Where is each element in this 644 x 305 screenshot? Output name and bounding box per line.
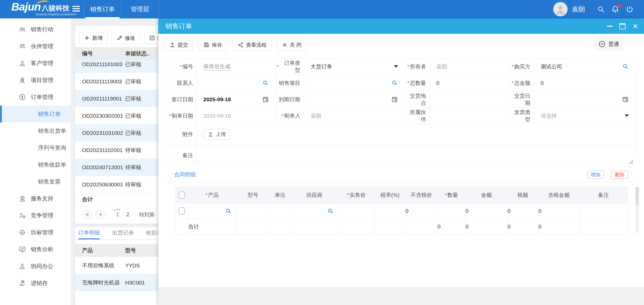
sidebar-item-label: 客户管理 [31, 59, 53, 67]
tab-order-lines[interactable]: 订单明细 [78, 227, 100, 239]
edit-button[interactable]: 修改 [112, 32, 140, 44]
tab-shipment-records[interactable]: 出货记录 [112, 227, 134, 239]
submit-button[interactable]: 提交 [164, 39, 193, 51]
search-icon[interactable] [622, 63, 629, 70]
top-tab-sales-order[interactable]: 销售订单 [84, 0, 121, 18]
detail-add-button[interactable]: 增加 [587, 171, 604, 179]
user-name[interactable]: 袁朗 [572, 5, 585, 14]
sale-price-cell[interactable] [338, 203, 375, 219]
remark-textarea[interactable] [197, 145, 636, 166]
amount-cell[interactable]: 0 [465, 203, 508, 219]
search-icon[interactable] [391, 79, 398, 86]
view-flow-button[interactable]: 查看流程 [233, 39, 271, 51]
total-qty-field[interactable]: 0 [430, 75, 509, 91]
save-button[interactable]: 保存 [199, 39, 227, 51]
sidebar-item-label: 目标管理 [31, 229, 53, 236]
add-button[interactable]: 新增 [79, 32, 107, 44]
table-scrollbar[interactable] [636, 187, 639, 233]
close-icon[interactable] [632, 23, 638, 29]
page-number-current[interactable]: 1 [116, 211, 119, 218]
partner-field[interactable] [430, 108, 509, 124]
search-icon[interactable] [262, 79, 269, 86]
page-number[interactable]: 2 [126, 211, 129, 218]
sidebar-item-inventory[interactable]: 进销存 [0, 275, 71, 292]
avatar[interactable] [553, 2, 568, 16]
maker-field[interactable]: 袁朗 [304, 108, 405, 124]
notifications-bell-icon[interactable] [611, 5, 619, 13]
supplier-cell[interactable] [291, 203, 338, 219]
sidebar-item-sales-action[interactable]: 销售行动 [0, 21, 71, 38]
owner-field[interactable]: 袁朗 [430, 58, 509, 75]
resize-handle-icon[interactable] [628, 159, 634, 165]
first-page-button[interactable] [82, 209, 92, 220]
field-label-buyer: *购买方 [509, 58, 534, 75]
sidebar-item-order-mgmt[interactable]: 订单管理 [0, 89, 71, 106]
upload-button[interactable]: 上传 [203, 129, 230, 140]
search-icon[interactable] [327, 208, 334, 215]
sidebar-item-serial-query[interactable]: 序列号查询 [0, 139, 71, 156]
column-header-product: 产品 [75, 247, 125, 254]
search-icon[interactable] [597, 5, 605, 13]
contact-field[interactable] [197, 75, 276, 91]
remark-cell[interactable] [580, 203, 628, 219]
order-no-field[interactable]: 保存后生成 [197, 58, 276, 75]
row-checkbox[interactable] [179, 207, 185, 215]
delivery-date-field[interactable] [534, 91, 636, 108]
product-cell[interactable] [188, 203, 236, 219]
make-date-field[interactable]: 2025-09-18 [197, 108, 276, 124]
competitor-vs-icon: VS [18, 212, 26, 219]
column-header-supplier: 供应商 [291, 187, 338, 203]
logout-power-icon[interactable] [626, 5, 634, 13]
upload-icon [169, 42, 175, 48]
qty-cell[interactable] [438, 203, 465, 219]
price-ex-tax-cell[interactable]: 0 [405, 203, 438, 219]
close-order-button[interactable]: 关 闭 [277, 39, 306, 51]
invoice-type-select[interactable]: 请选择 [534, 108, 636, 124]
calendar-icon[interactable] [622, 96, 629, 103]
tax-rate-cell[interactable] [375, 203, 405, 219]
topbar: Bajun 八骏科技 Anyone,Anytime,Anywhere! 销售订单… [0, 0, 644, 18]
menu-toggle-icon[interactable] [72, 6, 81, 13]
sidebar-item-partner-mgmt[interactable]: 伙伴管理 [0, 38, 71, 55]
sidebar-item-label: 销售行动 [31, 26, 53, 33]
tax-cell[interactable]: 0 [508, 203, 538, 219]
sidebar-item-sales-invoice[interactable]: 销售发票 [0, 173, 71, 190]
unit-cell[interactable] [270, 203, 291, 219]
medal-icon [18, 76, 26, 84]
upload-icon [208, 131, 213, 137]
search-icon[interactable] [225, 208, 232, 215]
buyer-field[interactable]: 测试公司 [534, 58, 636, 75]
select-all-checkbox[interactable] [179, 191, 185, 199]
mode-toggle[interactable]: 普通 [594, 38, 623, 50]
model-cell[interactable] [236, 203, 270, 219]
sidebar-item-project-mgmt[interactable]: 项目管理 [0, 72, 71, 89]
scrollbar-thumb[interactable] [636, 187, 639, 205]
sidebar-item-collaboration[interactable]: 协同办公 [0, 258, 71, 275]
due-date-field[interactable] [304, 91, 405, 108]
amount-inc-tax-cell[interactable]: 0 [538, 203, 580, 219]
calendar-icon[interactable] [391, 96, 398, 103]
sidebar-item-competition-mgmt[interactable]: VS 竞争管理 [0, 207, 71, 224]
sidebar-item-sales-shipment[interactable]: 销售出货单 [0, 123, 71, 139]
total-amount-field[interactable]: 0 [534, 75, 636, 91]
detail-delete-button[interactable]: 删除 [611, 171, 628, 179]
column-header-amount: 金额 [465, 187, 508, 203]
maximize-icon[interactable] [619, 23, 626, 29]
calendar-icon[interactable] [262, 96, 269, 103]
sidebar-item-target-mgmt[interactable]: 目标管理 [0, 224, 71, 241]
top-tab-management[interactable]: 管理层 [121, 0, 159, 18]
order-type-select[interactable]: 大货订单 [304, 58, 405, 75]
prev-page-button[interactable] [95, 209, 105, 220]
sign-date-field[interactable]: 2025-09-18 [197, 91, 276, 108]
sidebar-item-service-support[interactable]: 服务支持 [0, 190, 71, 207]
chart-monitor-icon [18, 246, 26, 253]
delivery-place-field[interactable] [430, 91, 509, 108]
minus-circle-icon [598, 40, 606, 48]
sidebar-item-sales-order[interactable]: 销售订单 [0, 106, 71, 123]
sales-project-field[interactable] [304, 75, 405, 91]
sidebar-item-sales-receipt[interactable]: 销售收款单 [0, 156, 71, 173]
sidebar-item-sales-analysis[interactable]: 销售分析 [0, 241, 71, 258]
sidebar-item-customer-mgmt[interactable]: 客户管理 [0, 55, 71, 72]
minimize-icon[interactable] [607, 26, 613, 27]
chevron-down-icon [394, 65, 398, 68]
